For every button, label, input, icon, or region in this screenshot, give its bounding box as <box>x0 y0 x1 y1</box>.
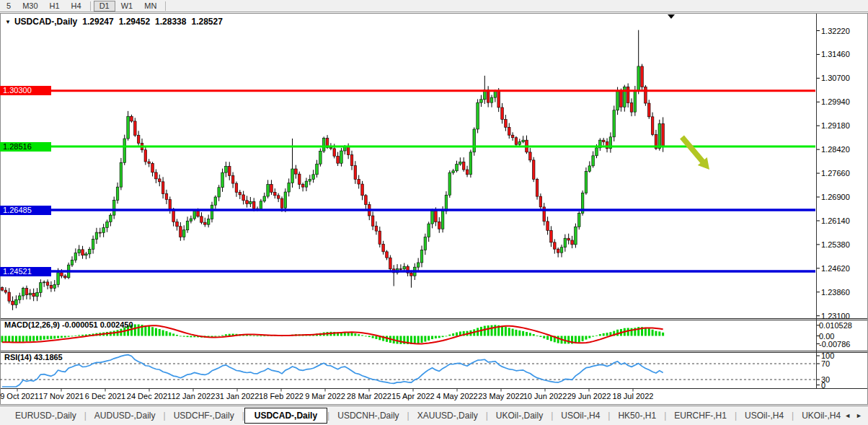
tab-hk50-h1[interactable]: HK50-,H1 <box>610 408 664 423</box>
candle-body <box>477 102 479 129</box>
macd-bar <box>505 327 507 336</box>
timeframe-button-MN[interactable]: MN <box>138 1 162 12</box>
macd-bar <box>249 335 252 336</box>
macd-bar <box>431 336 433 340</box>
candle-body <box>8 292 11 301</box>
macd-bar <box>508 328 510 336</box>
macd-bar <box>165 331 167 336</box>
candle-body <box>85 254 88 255</box>
tab-xauusd-daily[interactable]: XAUUSD-,Daily <box>409 408 486 423</box>
macd-bar <box>36 336 38 341</box>
macd-bar <box>180 336 182 337</box>
candle-body <box>410 273 413 276</box>
candle-body <box>298 174 301 185</box>
macd-bar <box>491 325 493 336</box>
candle-body <box>12 301 14 304</box>
candle-body <box>462 162 465 170</box>
timeframe-button-M30[interactable]: M30 <box>17 1 43 12</box>
candle-body <box>61 273 63 276</box>
timeframe-button-D1[interactable]: D1 <box>94 1 115 12</box>
macd-bar <box>71 336 74 337</box>
chart-canvas[interactable] <box>0 0 868 425</box>
macd-bar <box>50 336 52 339</box>
macd-bar <box>172 333 174 336</box>
tab-usdcad-daily[interactable]: USDCAD-,Daily <box>244 408 327 424</box>
macd-bar <box>546 336 549 340</box>
candle-body <box>221 172 224 188</box>
candle-body <box>469 152 472 175</box>
candle-body <box>662 123 665 146</box>
candle-body <box>180 227 182 237</box>
candle-body <box>305 181 308 187</box>
macd-bar <box>456 333 458 336</box>
candle-body <box>116 187 119 200</box>
candle-body <box>15 299 18 304</box>
macd-bar <box>512 329 514 336</box>
macd-bar <box>445 336 447 337</box>
tab-eurchf-h1[interactable]: EURCHF-,H1 <box>666 408 735 423</box>
timeframe-button-H4[interactable]: H4 <box>66 1 87 12</box>
macd-bar <box>539 336 541 337</box>
macd-bar <box>144 325 146 336</box>
candle-body <box>22 289 25 296</box>
timeframe-button-W1[interactable]: W1 <box>115 1 139 12</box>
tab-eurusd-daily[interactable]: EURUSD-,Daily <box>7 408 84 423</box>
candle-body <box>536 179 539 196</box>
candle-body <box>438 222 440 229</box>
macd-bar <box>221 335 223 336</box>
candle-body <box>337 156 340 163</box>
tab-usoil-h4[interactable]: USOil-,H4 <box>737 408 792 423</box>
tab-usdcnh-daily[interactable]: USDCNH-,Daily <box>329 408 407 423</box>
candle-body <box>53 285 56 289</box>
candle-body <box>95 232 98 239</box>
candle-body <box>64 276 67 278</box>
candle-body <box>127 116 130 139</box>
candle-body <box>518 142 521 145</box>
tab-audusd-daily[interactable]: AUDUSD-,Daily <box>87 408 164 423</box>
macd-bar <box>582 336 584 341</box>
macd-bar <box>442 336 444 338</box>
candle-body <box>176 222 179 227</box>
timeframe-button-H1[interactable]: H1 <box>44 1 66 12</box>
candle-body <box>480 100 483 102</box>
candle-body <box>277 196 280 198</box>
candle-body <box>137 136 140 144</box>
tab-usoil-h4[interactable]: USOil-,H4 <box>553 408 608 423</box>
timeframe-button-5[interactable]: 5 <box>1 1 17 12</box>
candle-body <box>347 146 350 155</box>
candle-body <box>501 108 504 120</box>
candle-body <box>25 289 28 295</box>
macd-bar <box>515 330 517 336</box>
candle-body <box>505 120 508 128</box>
candle-body <box>428 224 430 237</box>
candle-body <box>211 205 213 219</box>
symbol-tabbar: EURUSD-,Daily|AUDUSD-,Daily|USDCHF-,Dail… <box>0 406 868 425</box>
macd-bar <box>57 336 59 338</box>
candle-body <box>270 185 273 193</box>
macd-bar <box>399 336 402 344</box>
candle-body <box>456 165 459 171</box>
tab-usdchf-daily[interactable]: USDCHF-,Daily <box>166 408 242 423</box>
macd-bar <box>438 336 440 338</box>
candle-body <box>284 192 287 208</box>
candle-body <box>554 242 557 249</box>
candle-body <box>295 169 298 174</box>
candle-body <box>365 196 368 205</box>
candle-body <box>539 196 542 207</box>
tab-ukoil-daily[interactable]: UKOil-,Daily <box>488 408 551 423</box>
candle-body <box>155 172 158 179</box>
macd-bar <box>662 333 664 336</box>
candle-body <box>274 192 277 195</box>
candle-body <box>228 167 231 176</box>
tab-scroll-right-icon[interactable]: ► <box>856 412 862 419</box>
macd-bar <box>648 328 650 336</box>
macd-bar <box>138 325 140 336</box>
tab-scroll-left-icon[interactable]: ◄ <box>844 412 851 419</box>
macd-bar <box>151 327 154 336</box>
candle-body <box>218 188 221 197</box>
candle-body <box>123 139 126 162</box>
bearish-arrow-annotation[interactable] <box>680 136 709 170</box>
candle-body <box>466 170 469 175</box>
candle-body <box>557 249 559 253</box>
macd-bar <box>260 336 262 336</box>
